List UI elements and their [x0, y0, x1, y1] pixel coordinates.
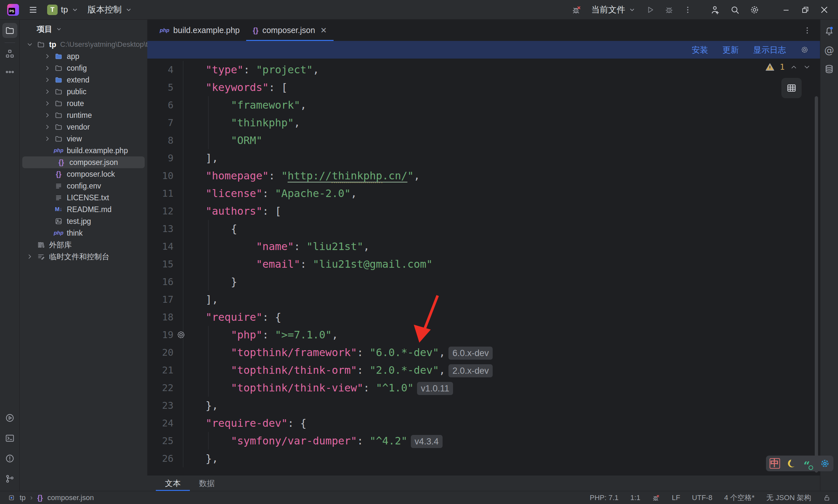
code-line-4[interactable]: 4 "type": "project", [147, 61, 820, 78]
vcs-widget[interactable]: 版本控制 [88, 4, 132, 15]
code-line-6[interactable]: 6 "framework", [147, 96, 820, 114]
editor-scrollbar[interactable] [815, 96, 818, 472]
version-control-icon[interactable] [2, 471, 17, 486]
breadcrumb[interactable]: tp›{}composer.json [0, 493, 94, 502]
status-item[interactable]: 无 JSON 架构 [766, 493, 811, 503]
bug-disabled-icon[interactable] [572, 5, 581, 15]
tree-item-test.jpg[interactable]: test.jpg [20, 215, 147, 227]
tree-item-app[interactable]: app [20, 50, 147, 62]
code-line-20[interactable]: 20 "topthink/framework": "6.0.*-dev",6.0… [147, 344, 820, 361]
moon-icon[interactable] [787, 458, 797, 468]
status-item[interactable]: 4 个空格* [724, 493, 754, 503]
run-circle-icon[interactable] [2, 410, 17, 426]
code-line-5[interactable]: 5 "keywords": [ [147, 78, 820, 96]
settings-icon[interactable] [750, 5, 760, 15]
tree-item-composer.lock[interactable]: {}composer.lock [20, 168, 147, 180]
tree-item-view[interactable]: view [20, 133, 147, 145]
tree-item-build.example.php[interactable]: phpbuild.example.php [20, 145, 147, 157]
next-warning-icon[interactable] [803, 63, 811, 71]
more-vertical-icon[interactable] [803, 26, 820, 35]
code-line-22[interactable]: 22 "topthink/think-view": "^1.0"v1.0.11 [147, 379, 820, 397]
banner-action-更新[interactable]: 更新 [723, 44, 739, 55]
code-line-24[interactable]: 24 "require-dev": { [147, 414, 820, 432]
banner-action-安装[interactable]: 安装 [692, 44, 708, 55]
tree-item-README.md[interactable]: M↓README.md [20, 203, 147, 215]
code-line-18[interactable]: 18 "require": { [147, 308, 820, 326]
code-line-25[interactable]: 25 "symfony/var-dumper": "^4.2"v4.3.4 [147, 432, 820, 450]
bottom-tab-文本[interactable]: 文本 [156, 475, 190, 491]
code-line-13[interactable]: 13 { [147, 220, 820, 238]
inspections-widget[interactable]: 1 [765, 62, 811, 72]
hyperlink[interactable]: .cn/ [382, 169, 408, 182]
close-icon[interactable] [817, 5, 832, 15]
prev-warning-icon[interactable] [790, 63, 798, 71]
code-line-17[interactable]: 17 ], [147, 291, 820, 308]
chevron-right-icon[interactable] [42, 76, 53, 84]
chevron-right-icon[interactable] [42, 100, 53, 107]
code-editor[interactable]: 4 "type": "project",5 "keywords": [6 "fr… [147, 59, 820, 475]
gutter-gear-icon[interactable] [176, 326, 186, 344]
add-user-icon[interactable] [710, 5, 720, 15]
chevron-down-icon[interactable] [24, 41, 35, 48]
structure-icon[interactable] [2, 46, 17, 61]
chevron-right-icon[interactable] [42, 65, 53, 72]
tree-item-route[interactable]: route [20, 97, 147, 109]
project-folder-icon[interactable] [2, 23, 17, 38]
tree-item-config.env[interactable]: config.env [20, 180, 147, 192]
chevron-right-icon[interactable] [24, 253, 35, 260]
notifications-bell-icon[interactable] [822, 23, 837, 39]
status-item[interactable]: LF [672, 493, 680, 502]
minimize-icon[interactable] [779, 5, 794, 14]
tree-item-tp[interactable]: tpC:\Users\yatming\Desktop\tp [20, 39, 147, 50]
editor-tab-composer.json[interactable]: {}composer.json✕ [246, 20, 333, 41]
tree-item-LICENSE.txt[interactable]: LICENSE.txt [20, 192, 147, 203]
code-line-26[interactable]: 26 }, [147, 450, 820, 467]
code-line-15[interactable]: 15 "email": "liu21st@gmail.com" [147, 255, 820, 273]
tree-item-runtime[interactable]: runtime [20, 109, 147, 121]
run-icon[interactable] [645, 5, 655, 14]
tree-item--[interactable]: 外部库 [20, 239, 147, 251]
code-line-23[interactable]: 23 }, [147, 397, 820, 414]
banner-settings-icon[interactable] [800, 46, 809, 54]
tree-item-composer.json[interactable]: {}composer.json [22, 157, 145, 168]
chinese-translate-icon[interactable]: 中 [770, 458, 780, 469]
problems-icon[interactable] [2, 451, 17, 466]
bottom-tab-数据[interactable]: 数据 [190, 475, 224, 491]
chevron-right-icon[interactable] [42, 135, 53, 142]
tree-item-extend[interactable]: extend [20, 74, 147, 86]
table-view-button[interactable] [781, 78, 802, 98]
quotes-icon[interactable]: “ [804, 457, 814, 470]
hyperlink[interactable]: http:// [288, 169, 332, 182]
chevron-right-icon[interactable] [42, 88, 53, 95]
code-line-12[interactable]: 12 "authors": [ [147, 202, 820, 220]
ai-assistant-icon[interactable]: @ [822, 42, 837, 58]
terminal-icon[interactable] [2, 431, 17, 446]
code-line-10[interactable]: 10 "homepage": "http://thinkphp.cn/", [147, 167, 820, 184]
debug-icon[interactable] [664, 5, 674, 14]
code-line-7[interactable]: 7 "thinkphp", [147, 114, 820, 131]
chevron-right-icon[interactable] [42, 112, 53, 119]
hyperlink-typo[interactable]: thinkphp [332, 169, 382, 183]
run-configuration-selector[interactable]: 当前文件 [591, 4, 636, 15]
project-widget[interactable]: T tp [47, 4, 78, 15]
gear-blue-icon[interactable] [820, 458, 830, 468]
status-item[interactable]: 1:1 [630, 493, 641, 502]
unlock-icon[interactable] [823, 494, 831, 502]
more-vertical-icon[interactable] [683, 5, 692, 14]
tree-item-public[interactable]: public [20, 86, 147, 97]
banner-action-显示日志[interactable]: 显示日志 [753, 44, 786, 55]
maximize-icon[interactable] [798, 5, 813, 14]
breadcrumb-item[interactable]: tp [20, 493, 25, 502]
project-panel-header[interactable]: 项目 [20, 20, 147, 39]
code-line-8[interactable]: 8 "ORM" [147, 131, 820, 149]
tree-item-config[interactable]: config [20, 62, 147, 74]
bug-disabled-icon[interactable] [652, 494, 660, 502]
code-line-11[interactable]: 11 "license": "Apache-2.0", [147, 184, 820, 202]
tree-item-vendor[interactable]: vendor [20, 121, 147, 133]
code-line-14[interactable]: 14 "name": "liu21st", [147, 238, 820, 255]
code-line-19[interactable]: 19 "php": ">=7.1.0", [147, 326, 820, 344]
tree-item--[interactable]: 临时文件和控制台 [20, 251, 147, 263]
breadcrumb-item[interactable]: composer.json [48, 493, 94, 502]
close-tab-icon[interactable]: ✕ [320, 26, 327, 35]
editor-tab-build.example.php[interactable]: phpbuild.example.php [153, 20, 246, 41]
